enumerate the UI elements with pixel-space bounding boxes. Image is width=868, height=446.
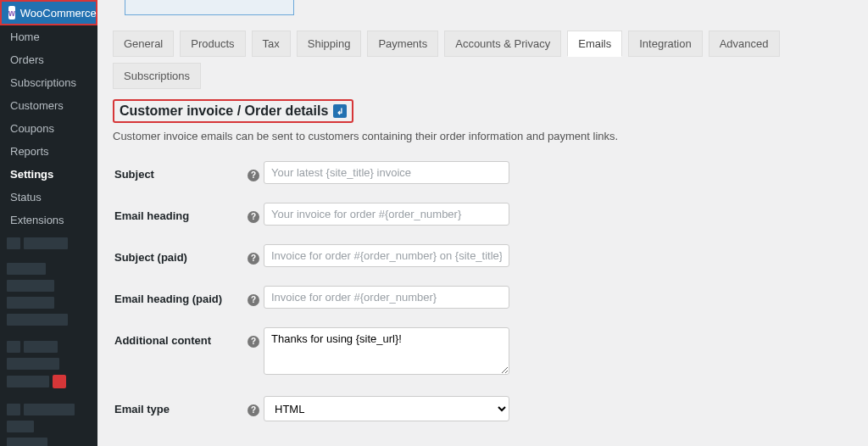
email-heading-input[interactable] — [264, 203, 509, 226]
label-email-heading: Email heading — [114, 203, 243, 243]
label-additional-content: Additional content — [114, 327, 243, 394]
brand-label: WooCommerce — [20, 7, 97, 20]
woocommerce-logo: w — [8, 6, 15, 20]
label-email-heading-paid: Email heading (paid) — [114, 286, 243, 326]
sidebar-item-settings[interactable]: Settings — [0, 163, 97, 186]
subject-paid-input[interactable] — [264, 244, 509, 267]
tab-products[interactable]: Products — [180, 31, 245, 57]
tab-accounts-privacy[interactable]: Accounts & Privacy — [444, 31, 561, 57]
sidebar-item-status[interactable]: Status — [0, 186, 97, 209]
section-description: Customer invoice emails can be sent to c… — [113, 130, 853, 142]
redacted-menu-area — [0, 231, 97, 446]
tab-general[interactable]: General — [113, 31, 174, 57]
tab-subscriptions[interactable]: Subscriptions — [113, 63, 201, 89]
help-icon[interactable]: ? — [248, 170, 259, 181]
email-type-select[interactable]: HTML — [264, 396, 509, 421]
settings-form: Subject ? Email heading ? Subject (paid)… — [113, 159, 511, 440]
help-icon[interactable]: ? — [248, 211, 259, 223]
sidebar-brand[interactable]: w WooCommerce ◀ — [0, 0, 97, 25]
section-title: Customer invoice / Order details ↲ — [113, 99, 353, 123]
subject-input[interactable] — [264, 161, 509, 184]
banner-fragment — [125, 0, 294, 15]
additional-content-input[interactable]: Thanks for using {site_url}! — [264, 327, 509, 375]
help-icon[interactable]: ? — [248, 294, 259, 306]
sidebar-item-reports[interactable]: Reports — [0, 140, 97, 163]
tab-shipping[interactable]: Shipping — [297, 31, 362, 57]
sidebar-item-coupons[interactable]: Coupons — [0, 117, 97, 140]
help-icon[interactable]: ? — [248, 253, 259, 265]
sidebar: w WooCommerce ◀ HomeOrdersSubscriptionsC… — [0, 0, 97, 446]
email-heading-paid-input[interactable] — [264, 286, 509, 309]
label-email-type: Email type — [114, 396, 243, 438]
section-title-text: Customer invoice / Order details — [120, 103, 328, 119]
tab-emails[interactable]: Emails — [567, 31, 622, 57]
main-content: GeneralProductsTaxShippingPaymentsAccoun… — [97, 0, 868, 446]
label-subject: Subject — [114, 161, 243, 201]
sidebar-item-extensions[interactable]: Extensions — [0, 209, 97, 231]
sidebar-menu: HomeOrdersSubscriptionsCustomersCouponsR… — [0, 25, 97, 231]
settings-tabs: GeneralProductsTaxShippingPaymentsAccoun… — [113, 31, 853, 89]
return-icon[interactable]: ↲ — [333, 104, 347, 118]
label-subject-paid: Subject (paid) — [114, 244, 243, 284]
sidebar-item-subscriptions[interactable]: Subscriptions — [0, 71, 97, 94]
sidebar-item-customers[interactable]: Customers — [0, 94, 97, 117]
sidebar-item-orders[interactable]: Orders — [0, 48, 97, 71]
help-icon[interactable]: ? — [248, 336, 259, 348]
help-icon[interactable]: ? — [248, 404, 259, 416]
tab-integration[interactable]: Integration — [628, 31, 702, 57]
sidebar-item-home[interactable]: Home — [0, 25, 97, 48]
notification-badge — [53, 375, 66, 388]
tab-advanced[interactable]: Advanced — [709, 31, 780, 57]
tab-payments[interactable]: Payments — [367, 31, 438, 57]
tab-tax[interactable]: Tax — [252, 31, 291, 57]
